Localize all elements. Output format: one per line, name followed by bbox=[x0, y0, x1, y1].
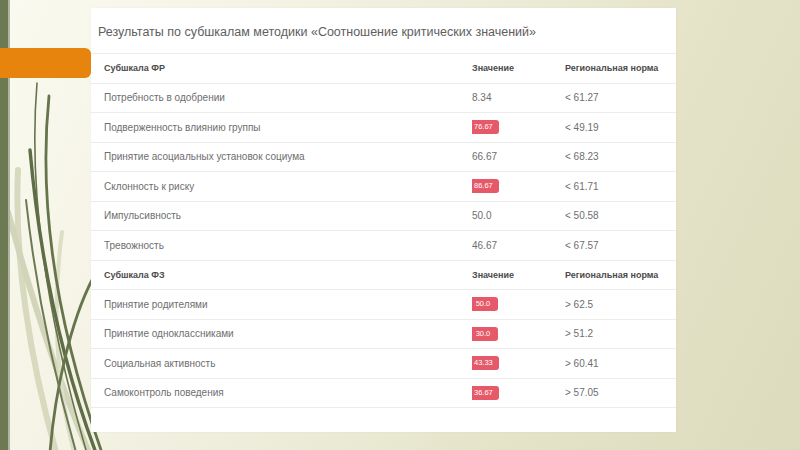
subscale-cell: Потребность в одобрении bbox=[91, 92, 472, 103]
table-row: Импульсивность50.0< 50.58 bbox=[91, 202, 676, 232]
subscale-cell: Тревожность bbox=[91, 240, 472, 251]
subscale-cell: Принятие одноклассниками bbox=[91, 328, 472, 339]
flagged-value-badge: 30.0 bbox=[472, 327, 498, 341]
flagged-value-badge: 86.67 bbox=[472, 179, 499, 193]
table-row: Тревожность46.67< 67.57 bbox=[91, 231, 676, 261]
subscale-cell: Принятие асоциальных установок социума bbox=[91, 151, 472, 162]
header-norm-label: Региональная норма bbox=[565, 63, 676, 73]
flagged-value-badge: 43.33 bbox=[472, 356, 499, 370]
table-row: Принятие одноклассниками30.0> 51.2 bbox=[91, 320, 676, 350]
norm-cell: < 68.23 bbox=[565, 151, 676, 162]
subscale-cell: Принятие родителями bbox=[91, 299, 472, 310]
norm-cell: < 67.57 bbox=[565, 240, 676, 251]
header-subscale-label: Субшкала ФЗ bbox=[91, 270, 472, 280]
subscale-cell: Подверженность влиянию группы bbox=[91, 122, 472, 133]
presentation-slide: Результаты по субшкалам методики «Соотно… bbox=[0, 0, 800, 450]
table-row: Принятие родителями50.0> 62.5 bbox=[91, 290, 676, 320]
subscale-cell: Самоконтроль поведения bbox=[91, 387, 472, 398]
header-subscale-label: Субшкала ФР bbox=[91, 63, 472, 73]
flagged-value-badge: 76.67 bbox=[472, 120, 499, 134]
value-cell: 30.0 bbox=[472, 327, 565, 341]
norm-cell: > 51.2 bbox=[565, 328, 676, 339]
table-row: Принятие асоциальных установок социума66… bbox=[91, 143, 676, 173]
results-card: Результаты по субшкалам методики «Соотно… bbox=[91, 8, 676, 432]
table-row: Подверженность влиянию группы76.67< 49.1… bbox=[91, 113, 676, 143]
table-header-row: Субшкала ФЗЗначениеРегиональная норма bbox=[91, 261, 676, 291]
subscale-cell: Импульсивность bbox=[91, 210, 472, 221]
results-table: Субшкала ФРЗначениеРегиональная нормаПот… bbox=[91, 53, 676, 408]
header-value-label: Значение bbox=[472, 63, 565, 73]
table-row: Социальная активность43.33> 60.41 bbox=[91, 349, 676, 379]
table-header-row: Субшкала ФРЗначениеРегиональная норма bbox=[91, 54, 676, 84]
header-value-label: Значение bbox=[472, 270, 565, 280]
value-cell: 46.67 bbox=[472, 240, 565, 251]
subscale-cell: Социальная активность bbox=[91, 358, 472, 369]
value-cell: 8.34 bbox=[472, 92, 565, 103]
orange-accent-bar bbox=[0, 48, 91, 78]
value-cell: 43.33 bbox=[472, 356, 565, 370]
norm-cell: < 61.27 bbox=[565, 92, 676, 103]
flagged-value-badge: 50.0 bbox=[472, 297, 498, 311]
table-row: Самоконтроль поведения36.67> 57.05 bbox=[91, 379, 676, 409]
norm-cell: > 57.05 bbox=[565, 387, 676, 398]
table-row: Потребность в одобрении8.34< 61.27 bbox=[91, 84, 676, 114]
norm-cell: > 60.41 bbox=[565, 358, 676, 369]
norm-cell: > 62.5 bbox=[565, 299, 676, 310]
value-cell: 36.67 bbox=[472, 386, 565, 400]
table-row: Склонность к риску86.67< 61.71 bbox=[91, 172, 676, 202]
norm-cell: < 61.71 bbox=[565, 181, 676, 192]
value-cell: 76.67 bbox=[472, 120, 565, 134]
norm-cell: < 49.19 bbox=[565, 122, 676, 133]
header-norm-label: Региональная норма bbox=[565, 270, 676, 280]
slide-title: Результаты по субшкалам методики «Соотно… bbox=[91, 8, 676, 39]
value-cell: 50.0 bbox=[472, 297, 565, 311]
value-cell: 86.67 bbox=[472, 179, 565, 193]
value-cell: 66.67 bbox=[472, 151, 565, 162]
flagged-value-badge: 36.67 bbox=[472, 386, 499, 400]
norm-cell: < 50.58 bbox=[565, 210, 676, 221]
subscale-cell: Склонность к риску bbox=[91, 181, 472, 192]
value-cell: 50.0 bbox=[472, 210, 565, 221]
